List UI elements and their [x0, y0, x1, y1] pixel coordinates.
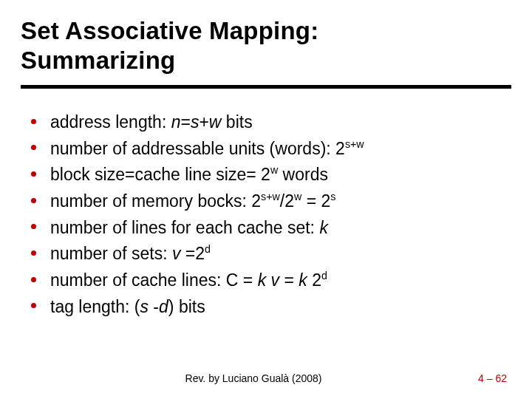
slide-footer: Rev. by Luciano Gualà (2008) 4 – 62	[0, 372, 532, 384]
slide-title: Set Associative Mapping: Summarizing	[21, 16, 511, 75]
var-k: k	[319, 218, 328, 237]
text: address length:	[50, 112, 171, 132]
var-k: k	[258, 270, 271, 290]
text: =2	[185, 244, 205, 263]
text: words	[278, 165, 328, 184]
text: block size=cache line size= 2	[50, 165, 270, 184]
text: number of cache lines: C =	[50, 270, 258, 290]
superscript: d	[321, 270, 327, 282]
text: number of sets:	[50, 244, 172, 263]
superscript: s+w	[261, 191, 280, 202]
list-item: number of lines for each cache set: k	[22, 215, 505, 242]
footer-center-text: Rev. by Luciano Gualà (2008)	[0, 372, 507, 384]
text: +	[199, 112, 208, 132]
var-s: s	[191, 112, 200, 132]
var-k: k	[299, 270, 312, 290]
bullet-list: address length: n=s+w bits number of add…	[21, 109, 511, 320]
title-line-1: Set Associative Mapping:	[21, 17, 318, 44]
page-number: 62	[495, 372, 507, 384]
var-d: d	[159, 297, 168, 316]
text: -	[153, 297, 159, 316]
list-item: block size=cache line size= 2w words	[22, 162, 505, 188]
text: =	[180, 112, 190, 132]
var-w: w	[209, 112, 222, 132]
text: /2	[280, 191, 294, 211]
var-s: s	[140, 297, 153, 316]
var-v: v	[271, 270, 284, 290]
var-n: n	[171, 112, 181, 132]
text: 2	[312, 270, 321, 290]
var-v: v	[172, 244, 185, 263]
list-item: number of addressable units (words): 2s+…	[22, 136, 505, 163]
chapter-number: 4	[478, 372, 484, 384]
superscript: d	[205, 244, 211, 256]
title-line-2: Summarizing	[21, 47, 175, 74]
text: bits	[221, 112, 252, 132]
text: number of memory bocks: 2	[50, 191, 261, 211]
list-item: address length: n=s+w bits	[22, 109, 505, 136]
list-item: tag length: (s -d) bits	[22, 294, 505, 321]
text: number of lines for each cache set:	[50, 218, 319, 237]
slide: Set Associative Mapping: Summarizing add…	[0, 0, 532, 399]
horizontal-rule	[21, 85, 511, 89]
list-item: number of sets: v =2d	[22, 241, 505, 267]
text: tag length: (	[50, 297, 140, 316]
text: ) bits	[168, 297, 205, 316]
superscript: w	[270, 165, 278, 177]
superscript: w	[294, 191, 301, 202]
superscript: s+w	[345, 138, 364, 150]
list-item: number of cache lines: C = k v = k 2d	[22, 267, 505, 294]
footer-page-number: 4 – 62	[478, 372, 507, 384]
text: = 2	[301, 191, 330, 211]
list-item: number of memory bocks: 2s+w/2w = 2s	[22, 188, 505, 215]
text: number of addressable units (words): 2	[50, 139, 345, 158]
superscript: s	[330, 191, 335, 202]
dash: –	[484, 372, 496, 384]
text: =	[284, 270, 299, 290]
